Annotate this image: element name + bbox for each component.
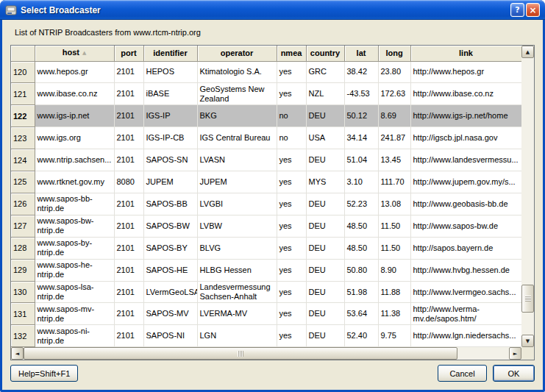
cell-long[interactable]: 13.08 xyxy=(378,193,410,215)
cell-country[interactable]: GRC xyxy=(306,61,344,83)
cell-long[interactable]: 23.80 xyxy=(378,61,410,83)
row-header[interactable]: 128 xyxy=(11,237,35,259)
table-row[interactable]: 124www.ntrip.sachsen...2101SAPOS-SNLVASN… xyxy=(11,149,521,171)
table-row[interactable]: 122www.igs-ip.net2101IGS-IPBKGnoDEU50.12… xyxy=(11,105,521,127)
vertical-scrollbar[interactable]: ▲ ▼ xyxy=(521,46,534,347)
cell-nmea[interactable]: yes xyxy=(277,215,306,237)
cell-port[interactable]: 2101 xyxy=(114,83,143,105)
column-header-long[interactable]: long xyxy=(378,46,410,61)
cell-identifier[interactable]: iBASE xyxy=(143,83,197,105)
cell-port[interactable]: 2101 xyxy=(114,193,143,215)
help-shortcut-button[interactable]: Help=Shift+F1 xyxy=(10,365,78,382)
horizontal-scroll-thumb[interactable] xyxy=(24,347,457,360)
column-header-identifier[interactable]: identifier xyxy=(143,46,197,61)
cell-host[interactable]: www.igs.org xyxy=(35,127,114,149)
cell-link[interactable]: http://www.geobasis-bb.de xyxy=(410,193,521,215)
cell-link[interactable]: http://www.lverma-mv.de/sapos.htm/ xyxy=(410,303,521,325)
cell-lat[interactable]: 53.64 xyxy=(344,303,378,325)
cell-nmea[interactable]: yes xyxy=(277,237,306,259)
cell-link[interactable]: http://www.hepos.gr xyxy=(410,61,521,83)
cell-nmea[interactable]: yes xyxy=(277,149,306,171)
ok-button[interactable]: OK xyxy=(493,365,535,382)
table-row[interactable]: 121www.ibase.co.nz2101iBASEGeoSystems Ne… xyxy=(11,83,521,105)
cell-port[interactable]: 2101 xyxy=(114,61,143,83)
cell-port[interactable]: 2101 xyxy=(114,303,143,325)
cell-port[interactable]: 2101 xyxy=(114,105,143,127)
column-header-row-number[interactable] xyxy=(11,46,35,61)
cell-nmea[interactable]: yes xyxy=(277,61,306,83)
column-header-port[interactable]: port xyxy=(114,46,143,61)
cell-identifier[interactable]: SAPOS-NI xyxy=(143,325,197,347)
cell-identifier[interactable]: SAPOS-BY xyxy=(143,237,197,259)
cell-identifier[interactable]: SAPOS-BB xyxy=(143,193,197,215)
cell-nmea[interactable]: yes xyxy=(277,83,306,105)
row-header[interactable]: 121 xyxy=(11,83,35,105)
cell-link[interactable]: http://igscb.jpl.nasa.gov xyxy=(410,127,521,149)
cell-nmea[interactable]: yes xyxy=(277,325,306,347)
cell-operator[interactable]: LVERMA-MV xyxy=(197,303,277,325)
table-row[interactable]: 127www.sapos-bw-ntrip.de2101SAPOS-BWLVBW… xyxy=(11,215,521,237)
cell-host[interactable]: www.sapos-by-ntrip.de xyxy=(35,237,114,259)
cell-identifier[interactable]: SAPOS-HE xyxy=(143,259,197,281)
cell-link[interactable]: http://www.igs-ip.net/home xyxy=(410,105,521,127)
cell-host[interactable]: www.hepos.gr xyxy=(35,61,114,83)
cell-identifier[interactable]: IGS-IP-CB xyxy=(143,127,197,149)
scroll-left-icon[interactable]: ◄ xyxy=(11,347,24,360)
cell-host[interactable]: www.rtknet.gov.my xyxy=(35,171,114,193)
table-row[interactable]: 123www.igs.org2101IGS-IP-CBIGS Central B… xyxy=(11,127,521,149)
vertical-scroll-thumb[interactable] xyxy=(521,285,534,313)
row-header[interactable]: 132 xyxy=(11,325,35,347)
scroll-up-icon[interactable]: ▲ xyxy=(521,46,534,58)
cell-host[interactable]: www.sapos-he-ntrip.de xyxy=(35,259,114,281)
table-row[interactable]: 126www.sapos-bb-ntrip.de2101SAPOS-BBLVGB… xyxy=(11,193,521,215)
cell-host[interactable]: www.sapos-bb-ntrip.de xyxy=(35,193,114,215)
row-header[interactable]: 120 xyxy=(11,61,35,83)
cell-identifier[interactable]: HEPOS xyxy=(143,61,197,83)
cell-port[interactable]: 2101 xyxy=(114,149,143,171)
title-bar[interactable]: Select Broadcaster ? × xyxy=(0,0,545,20)
cell-operator[interactable]: LVGBI xyxy=(197,193,277,215)
cell-country[interactable]: DEU xyxy=(306,105,344,127)
cell-operator[interactable]: BKG xyxy=(197,105,277,127)
context-help-button[interactable]: ? xyxy=(510,3,524,17)
table-row[interactable]: 120www.hepos.gr2101HEPOSKtimatologio S.A… xyxy=(11,61,521,83)
scroll-down-icon[interactable]: ▼ xyxy=(521,335,534,347)
cell-country[interactable]: DEU xyxy=(306,281,344,303)
cell-host[interactable]: www.sapos-bw-ntrip.de xyxy=(35,215,114,237)
cell-country[interactable]: DEU xyxy=(306,215,344,237)
cell-operator[interactable]: LGN xyxy=(197,325,277,347)
table-row[interactable]: 125www.rtknet.gov.my8080JUPEMJUPEMyesMYS… xyxy=(11,171,521,193)
cell-host[interactable]: www.igs-ip.net xyxy=(35,105,114,127)
cell-lat[interactable]: 38.42 xyxy=(344,61,378,83)
row-header[interactable]: 126 xyxy=(11,193,35,215)
cell-long[interactable]: 8.90 xyxy=(378,259,410,281)
cell-operator[interactable]: LVBW xyxy=(197,215,277,237)
cell-port[interactable]: 2101 xyxy=(114,325,143,347)
cell-identifier[interactable]: SAPOS-MV xyxy=(143,303,197,325)
cell-nmea[interactable]: yes xyxy=(277,303,306,325)
cell-long[interactable]: 8.69 xyxy=(378,105,410,127)
table-row[interactable]: 131www.sapos-mv-ntrip.de2101SAPOS-MVLVER… xyxy=(11,303,521,325)
cell-operator[interactable]: IGS Central Bureau xyxy=(197,127,277,149)
cell-nmea[interactable]: yes xyxy=(277,281,306,303)
cancel-button[interactable]: Cancel xyxy=(438,365,487,382)
cell-country[interactable]: MYS xyxy=(306,171,344,193)
cell-link[interactable]: http://www.lgn.niedersachs... xyxy=(410,325,521,347)
cell-lat[interactable]: 50.80 xyxy=(344,259,378,281)
scroll-right-icon[interactable]: ► xyxy=(509,347,521,360)
table-row[interactable]: 129www.sapos-he-ntrip.de2101SAPOS-HEHLBG… xyxy=(11,259,521,281)
cell-port[interactable]: 2101 xyxy=(114,237,143,259)
cell-operator[interactable]: HLBG Hessen xyxy=(197,259,277,281)
row-header[interactable]: 130 xyxy=(11,281,35,303)
cell-lat[interactable]: 50.12 xyxy=(344,105,378,127)
cell-country[interactable]: NZL xyxy=(306,83,344,105)
cell-country[interactable]: DEU xyxy=(306,303,344,325)
horizontal-scrollbar[interactable]: ◄ ► xyxy=(11,347,521,360)
cell-nmea[interactable]: yes xyxy=(277,171,306,193)
row-header[interactable]: 123 xyxy=(11,127,35,149)
cell-link[interactable]: http://www.landesvermessu... xyxy=(410,149,521,171)
row-header[interactable]: 122 xyxy=(11,105,35,127)
cell-lat[interactable]: 48.50 xyxy=(344,237,378,259)
cell-long[interactable]: 13.45 xyxy=(378,149,410,171)
cell-nmea[interactable]: yes xyxy=(277,259,306,281)
